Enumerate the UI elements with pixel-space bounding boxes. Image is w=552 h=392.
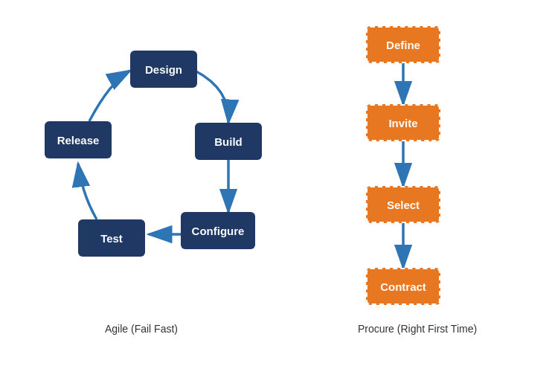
main-container: Design Build Configure Test Release Agil… xyxy=(0,0,552,392)
agile-caption: Agile (Fail Fast) xyxy=(105,323,178,335)
procure-caption: Procure (Right First Time) xyxy=(358,323,477,335)
agile-node-configure: Configure xyxy=(181,212,255,249)
procure-diagram: Define Invite Select Contract Procure (R… xyxy=(283,0,552,357)
agile-node-test: Test xyxy=(78,219,145,257)
agile-node-release: Release xyxy=(45,121,112,158)
agile-node-build: Build xyxy=(195,123,262,160)
agile-node-design: Design xyxy=(130,51,197,88)
agile-diagram: Design Build Configure Test Release Agil… xyxy=(0,0,283,357)
procure-node-select: Select xyxy=(366,186,440,223)
procure-node-contract: Contract xyxy=(366,268,440,305)
procure-node-define: Define xyxy=(366,26,440,63)
procure-node-invite: Invite xyxy=(366,104,440,141)
